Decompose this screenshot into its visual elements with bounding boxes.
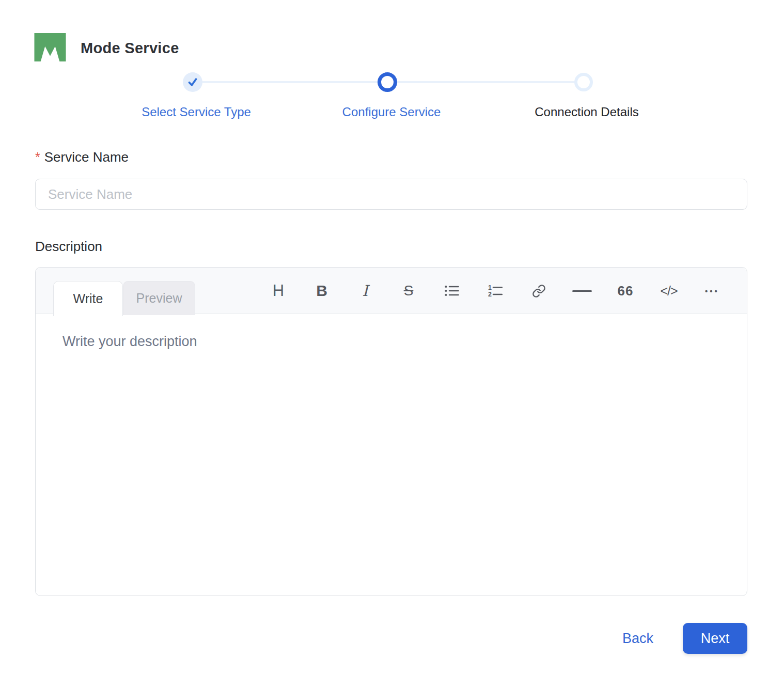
- step-label-select-service-type[interactable]: Select Service Type: [142, 105, 251, 119]
- horizontal-rule-glyph: [572, 290, 592, 292]
- next-button[interactable]: Next: [683, 623, 747, 654]
- description-field-label: Description: [35, 239, 102, 255]
- service-name-label-text: Service Name: [44, 149, 129, 165]
- required-asterisk: *: [35, 150, 40, 164]
- link-icon[interactable]: [517, 268, 560, 314]
- bold-icon[interactable]: B: [300, 268, 343, 314]
- tab-preview[interactable]: Preview: [123, 281, 195, 315]
- stepper: Select Service Type Configure Service Co…: [0, 0, 784, 124]
- step-indicator-connection-details[interactable]: [574, 73, 593, 91]
- more-options-icon[interactable]: •••: [691, 268, 734, 314]
- step-label-connection-details[interactable]: Connection Details: [535, 105, 638, 119]
- service-name-input[interactable]: [35, 179, 747, 210]
- svg-text:1: 1: [488, 284, 492, 291]
- tab-write[interactable]: Write: [53, 281, 123, 316]
- strikethrough-icon[interactable]: S: [387, 268, 430, 314]
- svg-text:2: 2: [488, 291, 492, 297]
- code-icon[interactable]: </>: [647, 268, 691, 314]
- step-label-configure-service[interactable]: Configure Service: [342, 105, 441, 119]
- heading-icon[interactable]: H: [257, 268, 300, 314]
- step-indicator-configure-service[interactable]: [378, 72, 397, 92]
- formatting-tools: H B I S 1: [257, 268, 734, 314]
- step-indicator-select-service-type[interactable]: [183, 72, 202, 92]
- description-editor: Write Preview H B I S: [35, 267, 747, 596]
- italic-icon[interactable]: I: [343, 268, 387, 314]
- editor-tabs: Write Preview: [53, 281, 195, 316]
- horizontal-rule-icon[interactable]: [560, 268, 604, 314]
- back-button[interactable]: Back: [622, 631, 653, 647]
- stepper-connector-2: [387, 81, 584, 83]
- mode-service-wizard: Mode Service Select Service Type Configu…: [0, 0, 784, 689]
- description-textarea[interactable]: [36, 314, 747, 596]
- stepper-connector-1: [193, 81, 387, 83]
- editor-toolbar: Write Preview H B I S: [36, 268, 747, 314]
- unordered-list-icon[interactable]: [430, 268, 474, 314]
- ordered-list-icon[interactable]: 1 2: [474, 268, 517, 314]
- description-label-text: Description: [35, 239, 102, 254]
- quote-icon[interactable]: 66: [604, 268, 647, 314]
- service-name-field-label: *Service Name: [35, 149, 129, 165]
- check-icon: [187, 77, 198, 87]
